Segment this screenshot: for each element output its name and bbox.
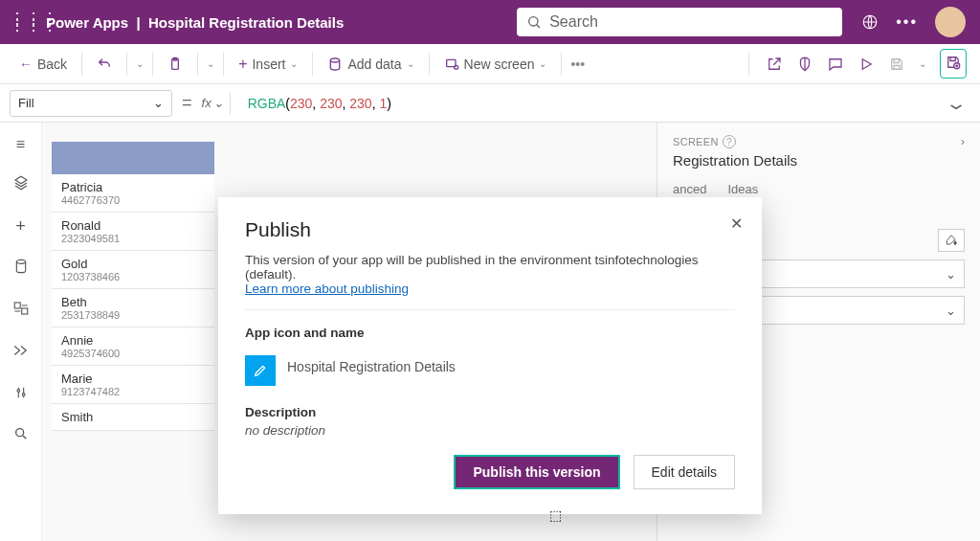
app-name: Hospital Registration Details [287,359,456,374]
edit-details-button[interactable]: Edit details [634,455,735,489]
dialog-body: This version of your app will be publish… [245,253,735,296]
cursor-icon: ⬚ [549,507,562,523]
description-value: no description [245,423,735,438]
publish-dialog: Publish ✕ This version of your app will … [218,197,762,514]
app-icon-label: App icon and name [245,326,735,340]
dialog-title: Publish [245,218,735,241]
close-icon[interactable]: ✕ [730,214,743,233]
app-icon [245,355,276,386]
publish-this-version-button[interactable]: Publish this version [454,455,619,489]
pencil-icon [253,363,268,378]
description-label: Description [245,405,735,419]
learn-more-link[interactable]: Learn more about publishing [245,282,409,296]
